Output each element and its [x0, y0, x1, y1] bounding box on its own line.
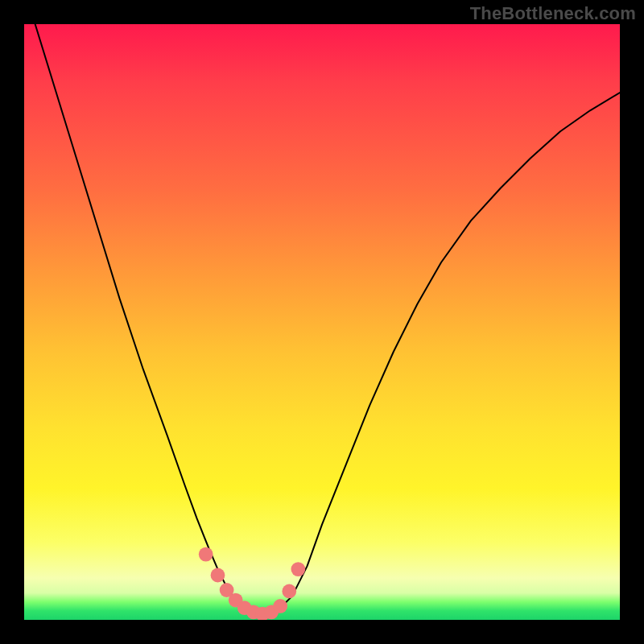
bottleneck-curve — [24, 24, 620, 614]
curve-layer — [24, 24, 620, 620]
chart-frame: TheBottleneck.com — [0, 0, 644, 644]
highlight-marker — [282, 584, 296, 599]
highlight-marker — [273, 599, 287, 613]
watermark-text: TheBottleneck.com — [470, 3, 636, 24]
highlight-marker — [199, 547, 213, 562]
highlight-marker — [291, 562, 306, 576]
highlight-marker — [211, 568, 225, 583]
plot-area — [24, 24, 620, 620]
